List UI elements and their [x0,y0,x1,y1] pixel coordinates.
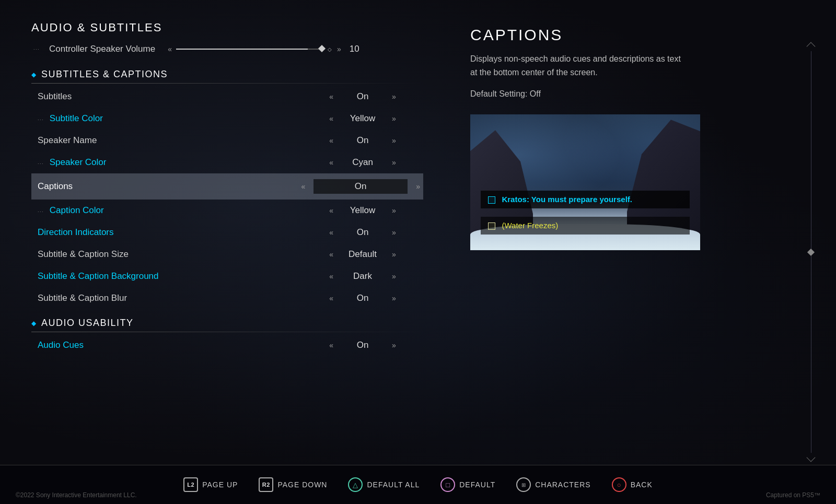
right-chevron-icon-speaker-color[interactable]: » [392,158,396,167]
captured-text: Captured on PS5™ [766,491,820,499]
page-down-action[interactable]: R2 PAGE DOWN [259,477,327,492]
right-chevron-icon-direction-indicators[interactable]: » [392,228,396,237]
controller-volume-row: ··· Controller Speaker Volume « ◇ » 10 [31,44,423,54]
preview-container: Kratos: You must prepare yourself. (Wate… [470,114,700,250]
setting-label-subtitle-color: ··· Subtitle Color [36,113,305,124]
row-controls-subtitle-color: «Yellow» [305,113,420,124]
l2-button[interactable]: L2 [183,477,198,492]
right-panel: CAPTIONS Displays non-speech audio cues … [439,21,805,462]
diamond-icon: ◇ [328,46,332,52]
volume-value: 10 [350,44,359,54]
left-chevron-icon-subtitle-caption-size[interactable]: « [329,250,333,259]
page-down-label: PAGE DOWN [277,480,327,489]
characters-label: CHARACTERS [535,480,590,489]
back-label: BACK [631,480,653,489]
right-chevron-icon-caption-color[interactable]: » [392,206,396,215]
left-chevron-icon-audio-cues[interactable]: « [329,341,333,349]
right-chevron-icon-subtitle-caption-blur[interactable]: » [392,294,396,302]
row-value-captions: On [314,179,408,194]
page-up-label: PAGE UP [202,480,238,489]
slider-track [176,49,322,50]
row-controls-speaker-name: «On» [305,135,420,146]
row-value-speaker-name: On [342,135,384,146]
scroll-line-top [811,51,811,250]
setting-row-subtitle-caption-size[interactable]: Subtitle & Caption Size«Default» [31,243,423,265]
r2-button[interactable]: R2 [259,477,273,492]
left-chevron-icon-direction-indicators[interactable]: « [329,228,333,237]
setting-row-subtitle-caption-bg[interactable]: Subtitle & Caption Background«Dark» [31,265,423,287]
diamond-bullet-icon: ◆ [31,71,36,78]
setting-row-caption-color[interactable]: ··· Caption Color«Yellow» [31,200,423,221]
row-value-subtitle-caption-bg: Dark [342,271,384,282]
row-controls-caption-color: «Yellow» [305,205,420,216]
setting-label-audio-cues: Audio Cues [36,340,305,350]
section-title: AUDIO & SUBTITLES [31,21,423,34]
setting-row-subtitles[interactable]: Subtitles«On» [31,86,423,108]
setting-row-direction-indicators[interactable]: Direction Indicators«On» [31,221,423,243]
right-title: CAPTIONS [470,26,805,44]
subtitles-section-title: SUBTITLES & CAPTIONS [41,69,168,80]
chars-button[interactable]: ⊞ [516,477,531,492]
left-chevron-icon-subtitle-caption-blur[interactable]: « [329,294,333,302]
left-chevron-icon-speaker-name[interactable]: « [329,136,333,145]
settings-list: Subtitles«On»··· Subtitle Color«Yellow»S… [31,86,423,309]
setting-label-subtitle-caption-bg: Subtitle & Caption Background [36,271,305,282]
default-action[interactable]: □ DEFAULT [440,477,495,492]
chevron-left-icon[interactable]: « [168,45,172,53]
right-chevron-icon-subtitle-caption-size[interactable]: » [392,250,396,259]
setting-row-captions[interactable]: Captions«On» [31,173,423,200]
slider-handle [318,45,326,52]
page-up-action[interactable]: L2 PAGE UP [183,477,238,492]
copyright-text: ©2022 Sony Interactive Entertainment LLC… [16,491,137,499]
back-button[interactable]: ○ [612,477,626,492]
setting-row-speaker-color[interactable]: ··· Speaker Color«Cyan» [31,151,423,173]
diamond-bullet-audio-icon: ◆ [31,320,36,327]
sound-caption-icon [488,222,495,230]
row-controls-direction-indicators: «On» [305,227,420,238]
triangle-button[interactable]: △ [348,477,363,492]
row-controls-subtitle-caption-bg: «Dark» [305,271,420,282]
setting-label-speaker-name: Speaker Name [36,135,305,146]
caption-bar-sound: (Water Freezes) [481,217,690,235]
right-chevron-icon-subtitle-color[interactable]: » [392,114,396,123]
right-chevron-icon-subtitle-caption-bg[interactable]: » [392,272,396,280]
row-controls-subtitle-caption-size: «Default» [305,249,420,260]
divider-audio [31,332,423,332]
chevron-right-icon[interactable]: » [337,45,341,53]
setting-row-subtitle-caption-blur[interactable]: Subtitle & Caption Blur«On» [31,287,423,309]
back-action[interactable]: ○ BACK [612,477,653,492]
right-chevron-icon-audio-cues[interactable]: » [392,341,396,349]
audio-usability-title: AUDIO USABILITY [41,318,134,329]
preview-bg: Kratos: You must prepare yourself. (Wate… [470,114,700,250]
default-all-action[interactable]: △ DEFAULT ALL [348,477,420,492]
setting-label-subtitle-caption-size: Subtitle & Caption Size [36,249,305,260]
volume-slider[interactable]: « ◇ » 10 [168,44,359,54]
row-controls-audio-cues: «On» [305,340,420,350]
right-description: Displays non-speech audio cues and descr… [470,52,690,79]
left-chevron-icon-captions[interactable]: « [301,182,305,191]
default-label: DEFAULT [459,480,495,489]
setting-label-subtitles: Subtitles [36,91,305,102]
right-chevron-icon-captions[interactable]: » [416,182,420,191]
setting-label-direction-indicators: Direction Indicators [36,227,305,238]
characters-action[interactable]: ⊞ CHARACTERS [516,477,590,492]
left-chevron-icon-caption-color[interactable]: « [329,206,333,215]
row-value-audio-cues: On [342,340,384,350]
left-chevron-icon-subtitle-color[interactable]: « [329,114,333,123]
left-chevron-icon-subtitles[interactable]: « [329,92,333,101]
right-chevron-icon-subtitles[interactable]: » [392,92,396,101]
square-button[interactable]: □ [440,477,455,492]
setting-row-subtitle-color[interactable]: ··· Subtitle Color«Yellow» [31,108,423,130]
dots-icon: ··· [38,161,44,166]
left-panel: AUDIO & SUBTITLES ··· Controller Speaker… [31,21,439,462]
left-chevron-icon-subtitle-caption-bg[interactable]: « [329,272,333,280]
row-controls-subtitle-caption-blur: «On» [305,293,420,303]
left-chevron-icon-speaker-color[interactable]: « [329,158,333,167]
scroll-bottom-icon [807,453,816,462]
audio-settings-list: Audio Cues«On» [31,334,423,356]
row-controls-speaker-color: «Cyan» [305,157,420,168]
right-chevron-icon-speaker-name[interactable]: » [392,136,396,145]
row-value-speaker-color: Cyan [342,157,384,168]
setting-row-speaker-name[interactable]: Speaker Name«On» [31,130,423,151]
setting-row-audio-cues[interactable]: Audio Cues«On» [31,334,423,356]
